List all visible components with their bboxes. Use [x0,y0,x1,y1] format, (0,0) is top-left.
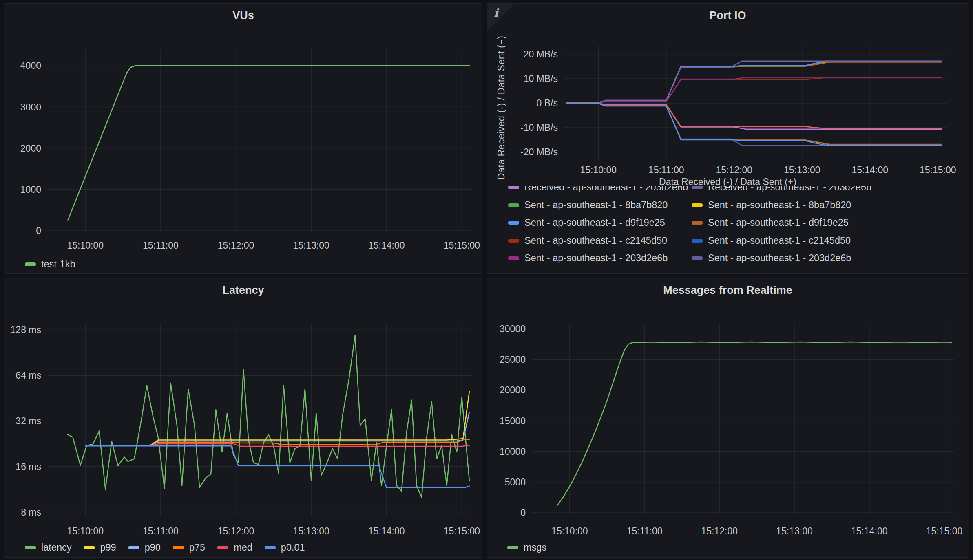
latency-legend: latencyp99p90p75medp0.01 [25,541,305,553]
series-line-Sent - ap-southeast-1 - d9f19e25 [567,103,942,145]
x-tick-label: 15:14:00 [851,526,888,536]
series-line-Sent - ap-southeast-1 - 8ba7b820 [567,61,942,103]
series-line-Sent - ap-southeast-1 - 203d2e6b [567,77,942,103]
series-line-Sent - ap-southeast-1 - c2145d50 [567,103,942,129]
series-line-Sent - ap-southeast-1 - d9f19e25 [567,103,942,144]
x-tick-label: 15:11:00 [143,240,179,251]
legend-item-Sent - ap-southeast-1 - d9f19e25[interactable]: Sent - ap-southeast-1 - d9f19e25 [508,217,665,228]
legend-label: Sent - ap-southeast-1 - 203d2e6b [524,253,668,264]
x-tick-label: 15:14:00 [368,526,405,536]
panel-vus: VUs 0100020003000400015:10:0015:11:0015:… [4,3,482,274]
legend-swatch [265,546,276,549]
legend-label: msgs [524,542,546,553]
legend-item-Sent - ap-southeast-1 - 8ba7b820[interactable]: Sent - ap-southeast-1 - 8ba7b820 [692,200,851,211]
legend-item-p99[interactable]: p99 [84,542,116,553]
series-line-Received - ap-southeast-1 - 203d2e6b [567,103,942,146]
x-tick-label: 15:10:00 [580,165,617,175]
x-tick-label: 15:10:00 [67,526,104,536]
x-tick-label: 15:11:00 [143,526,179,536]
legend-item-Sent - ap-southeast-1 - 203d2e6b[interactable]: Sent - ap-southeast-1 - 203d2e6b [508,253,668,264]
x-tick-label: 15:14:00 [852,165,889,175]
y-tick-label: 10000 [500,446,526,457]
x-tick-label: 15:15:00 [920,165,956,175]
panel-latency: Latency 8 ms16 ms32 ms64 ms128 ms15:10:0… [4,278,482,558]
panel-port-io: i Port IO Data Received (-) / Data Sent … [486,3,969,274]
legend-item-Sent - ap-southeast-1 - d9f19e25[interactable]: Sent - ap-southeast-1 - d9f19e25 [692,217,849,228]
y-tick-label: 25000 [500,354,526,365]
legend-swatch [84,546,95,549]
legend-swatch [692,239,703,243]
x-tick-label: 15:12:00 [716,165,753,175]
y-tick-label: -20 MB/s [520,147,558,157]
legend-swatch [692,186,703,189]
legend-swatch [25,262,36,266]
legend-label: Sent - ap-southeast-1 - d9f19e25 [524,217,665,228]
port-legend-row: Sent - ap-southeast-1 - c2145d50Sent - a… [503,235,963,248]
legend-swatch [507,546,518,549]
y-tick-label: 20000 [500,385,526,395]
x-tick-label: 15:13:00 [293,240,329,251]
series-line-Sent - ap-southeast-1 - c2145d50 [567,77,942,103]
legend-item-latency[interactable]: latency [25,542,71,553]
legend-item-p75[interactable]: p75 [173,542,205,553]
legend-swatch [508,239,519,243]
series-line-Sent - ap-southeast-1 - d9f19e25 [567,62,942,103]
legend-item-Sent - ap-southeast-1 - 8ba7b820[interactable]: Sent - ap-southeast-1 - 8ba7b820 [508,200,668,211]
legend-swatch [25,546,36,549]
legend-item-Received - ap-southeast-1 - 203d2e6b[interactable]: Received - ap-southeast-1 - 203d2e6b [692,186,871,193]
y-tick-label: -10 MB/s [520,122,558,133]
vus-chart[interactable]: 0100020003000400015:10:0015:11:0015:12:0… [4,4,483,274]
series-line-test-1kb [68,66,469,220]
port-legend-row: Sent - ap-southeast-1 - 203d2e6bSent - a… [503,253,963,266]
x-tick-label: 15:11:00 [627,526,663,536]
legend-label: Sent - ap-southeast-1 - 8ba7b820 [708,200,851,211]
y-tick-label: 5000 [505,477,526,487]
vus-legend: test-1kb [25,258,75,270]
port-legend-row: Sent - ap-southeast-1 - d9f19e25Sent - a… [503,217,963,230]
y-tick-label: 128 ms [11,324,41,335]
legend-label: p0.01 [281,542,305,553]
panel-messages: Messages from Realtime 05000100001500020… [486,278,969,558]
legend-item-Received - ap-southeast-1 - 203d2e6b[interactable]: Received - ap-southeast-1 - 203d2e6b [508,186,688,193]
x-tick-label: 15:15:00 [926,526,963,536]
y-tick-label: 64 ms [15,370,41,381]
series-line-Received - ap-southeast-1 - 203d2e6b [567,103,942,129]
y-tick-label: 30000 [500,324,526,334]
y-tick-label: 8 ms [21,507,41,518]
series-line-latency [68,335,469,498]
series-line-Received - ap-southeast-1 - 203d2e6b [567,61,942,103]
legend-swatch [508,186,519,189]
y-tick-label: 4000 [20,60,41,71]
series-line-p99 [150,392,469,445]
x-tick-label: 15:14:00 [368,240,405,251]
legend-item-test-1kb[interactable]: test-1kb [25,259,75,270]
legend-item-Sent - ap-southeast-1 - c2145d50[interactable]: Sent - ap-southeast-1 - c2145d50 [508,235,667,246]
port-legend-row: Received - ap-southeast-1 - 203d2e6bRece… [503,186,963,195]
x-tick-label: 15:13:00 [293,526,329,536]
y-tick-label: 15000 [500,416,526,426]
legend-item-p90[interactable]: p90 [128,542,161,553]
legend-item-msgs[interactable]: msgs [507,542,546,553]
legend-item-p0.01[interactable]: p0.01 [265,542,305,553]
y-tick-label: 0 B/s [537,98,558,108]
legend-label: Sent - ap-southeast-1 - 203d2e6b [708,253,851,264]
series-line-msgs [557,342,952,505]
legend-swatch [128,546,139,549]
legend-label: Sent - ap-southeast-1 - c2145d50 [524,235,667,246]
legend-label: latency [41,542,71,553]
legend-swatch [692,256,703,260]
messages-chart[interactable]: 05000100001500020000250003000015:10:0015… [487,278,969,558]
legend-swatch [173,546,184,549]
legend-item-med[interactable]: med [217,542,252,553]
legend-item-Sent - ap-southeast-1 - c2145d50[interactable]: Sent - ap-southeast-1 - c2145d50 [692,235,851,246]
y-tick-label: 3000 [20,102,41,112]
y-tick-label: 0 [36,225,41,236]
y-tick-label: 10 MB/s [524,73,558,84]
legend-label: Received - ap-southeast-1 - 203d2e6b [524,186,688,193]
series-line-Sent - ap-southeast-1 - c2145d50 [567,61,942,103]
y-tick-label: 16 ms [15,461,41,472]
legend-item-Sent - ap-southeast-1 - 203d2e6b[interactable]: Sent - ap-southeast-1 - 203d2e6b [692,253,851,264]
legend-label: p99 [100,542,116,553]
legend-label: Sent - ap-southeast-1 - 8ba7b820 [524,200,668,211]
latency-chart[interactable]: 8 ms16 ms32 ms64 ms128 ms15:10:0015:11:0… [4,278,483,558]
